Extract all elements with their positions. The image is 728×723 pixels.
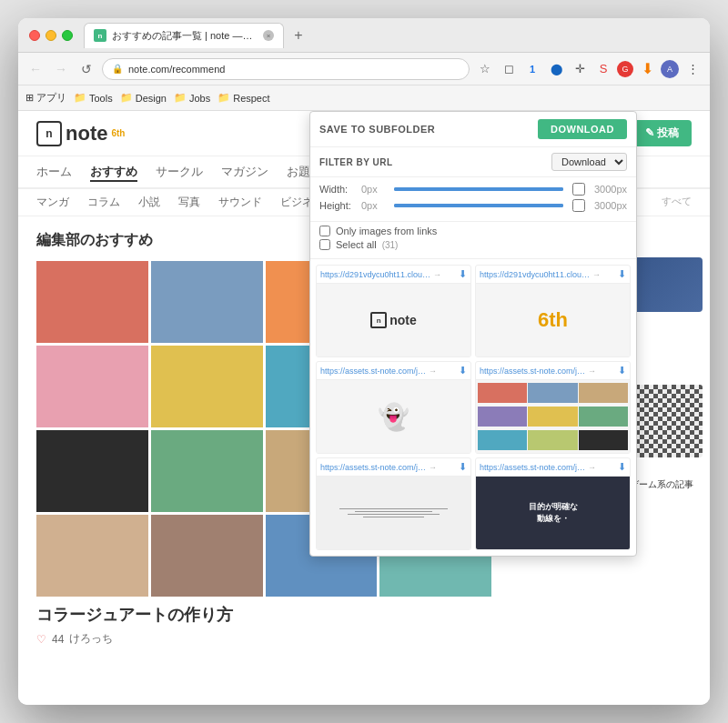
grid-cell-1 (36, 261, 148, 343)
note-logo[interactable]: n note 6th (36, 121, 125, 146)
tab-close-button[interactable]: × (263, 30, 274, 41)
subnav-novel[interactable]: 小説 (138, 195, 160, 210)
browser-content: n note 6th ? ✎ 投稿 ホーム おすすめ サークル マガジン お題 … (18, 111, 710, 705)
minimize-button[interactable] (46, 30, 56, 41)
popup-download-button[interactable]: DOWNLOAD (538, 119, 627, 139)
menu-icon[interactable]: ⋮ (682, 59, 703, 79)
bookmark-jobs[interactable]: 📁 Jobs (174, 92, 210, 104)
popup-image-item-5: https://assets.st-note.com/j… → ⬇ (316, 457, 471, 550)
note-logo-mini: n note (370, 312, 417, 328)
bookmark-tools[interactable]: 📁 Tools (74, 92, 113, 104)
image-downloader-popup: SAVE TO SUBFOLDER DOWNLOAD FILTER BY URL… (309, 111, 637, 557)
note-text-mini: note (389, 313, 417, 327)
subnav-manga[interactable]: マンガ (36, 195, 69, 210)
links-only-checkbox[interactable] (319, 226, 330, 236)
download-icon-6[interactable]: ⬇ (618, 461, 626, 473)
height-slider[interactable] (394, 204, 563, 207)
subnav-photo[interactable]: 写真 (178, 195, 200, 210)
popup-img-url-5: https://assets.st-note.com/j… → ⬇ (317, 458, 470, 477)
like-count: 44 (52, 633, 64, 646)
width-max: 3000px (591, 184, 627, 195)
toolbar-icons: ☆ ◻ 1 ⬤ ✛ S G ⬇ A ⋮ (475, 59, 703, 79)
filter-label: FILTER BY URL (319, 157, 544, 167)
grid-cell-14 (151, 515, 263, 597)
grid-cell-6 (151, 346, 263, 427)
nav-circle[interactable]: サークル (156, 164, 203, 180)
extension-icon-1[interactable]: 1 (522, 59, 542, 79)
author-name: けろっち (69, 631, 113, 647)
popup-options: Only images from links Select all (31) (310, 222, 636, 259)
download-indicator[interactable]: ⬇ (637, 59, 657, 79)
popup-img-url-4: https://assets.st-note.com/j… → ⬇ (476, 362, 630, 380)
address-bar: ← → ↺ 🔒 note.com/recommend ☆ ◻ 1 ⬤ ✛ S G… (18, 53, 710, 85)
arrow-icon-6: → (588, 463, 596, 472)
tab-title: おすすめの記事一覧 | note ——ク (112, 29, 258, 43)
extension-icon-5[interactable]: G (617, 61, 633, 77)
image-count-badge: (31) (382, 240, 399, 250)
grid-cell-2 (151, 261, 263, 343)
popup-img-url-6: https://assets.st-note.com/j… → ⬇ (476, 458, 630, 477)
select-all-checkbox[interactable] (319, 239, 330, 250)
popup-img-thumb-5 (317, 477, 470, 549)
width-checkbox[interactable] (572, 183, 585, 196)
traffic-lights (29, 30, 73, 41)
nav-magazine[interactable]: マガジン (221, 164, 268, 180)
bookmark-respect-label: Respect (233, 93, 269, 104)
extension-icon-4[interactable]: S (593, 59, 613, 79)
nav-recommended[interactable]: おすすめ (90, 164, 137, 182)
grid-cell-13 (36, 515, 148, 597)
maximize-button[interactable] (62, 30, 73, 41)
popup-img-thumb-4 (476, 380, 630, 453)
popup-image-item-1: https://d291vdycu0ht11.clou… → ⬇ n note (316, 265, 471, 357)
close-button[interactable] (29, 30, 40, 41)
download-icon-1[interactable]: ⬇ (459, 268, 467, 280)
height-row: Height: 0px 3000px (319, 199, 627, 212)
note-icon-mini: n (370, 312, 387, 328)
bookmark-jobs-label: Jobs (189, 93, 210, 104)
back-button[interactable]: ← (25, 59, 46, 79)
links-only-row: Only images from links (319, 226, 627, 236)
download-icon-5[interactable]: ⬇ (459, 461, 467, 473)
bookmark-design[interactable]: 📁 Design (120, 92, 167, 104)
forward-button[interactable]: → (51, 59, 71, 79)
bookmark-apps[interactable]: ⊞ アプリ (25, 91, 66, 105)
grid-cell-10 (151, 430, 263, 512)
dark-article-text: 目的が明確な動線を・ (529, 501, 578, 525)
bookmark-respect[interactable]: 📁 Respect (217, 92, 269, 104)
account-icon[interactable]: A (661, 60, 679, 78)
folder-icon-jobs: 📁 (174, 92, 187, 104)
browser-tab[interactable]: n おすすめの記事一覧 | note ——ク × (84, 23, 284, 48)
popup-img-url-text-2: https://d291vdycu0ht11.clou… (480, 270, 590, 279)
width-slider[interactable] (394, 187, 563, 191)
new-tab-button[interactable]: + (288, 25, 309, 46)
subnav-sound[interactable]: サウンド (218, 195, 262, 210)
subnav-column[interactable]: コラム (87, 195, 120, 210)
tab-bar: n おすすめの記事一覧 | note ——ク × + (84, 23, 699, 48)
url-bar[interactable]: 🔒 note.com/recommend (102, 58, 470, 80)
extension-icon-2[interactable]: ⬤ (546, 59, 566, 79)
links-only-label: Only images from links (336, 226, 437, 236)
popup-img-thumb-1: n note (317, 284, 470, 356)
extension-icon-3[interactable]: ✛ (570, 59, 590, 79)
height-max: 3000px (591, 200, 627, 211)
anniversary-badge: 6th (111, 128, 125, 138)
reading-list-icon[interactable]: ◻ (499, 59, 519, 79)
refresh-button[interactable]: ↺ (76, 59, 96, 79)
nav-home[interactable]: ホーム (36, 164, 72, 180)
height-slider-track (394, 204, 563, 207)
download-icon-2[interactable]: ⬇ (618, 268, 626, 280)
width-label: Width: (319, 184, 356, 195)
download-icon-3[interactable]: ⬇ (459, 365, 467, 377)
width-row: Width: 0px 3000px (319, 183, 627, 196)
popup-img-thumb-2: 6th (476, 284, 630, 356)
folder-icon-design: 📁 (120, 92, 133, 104)
dark-article-content: 目的が明確な動線を・ (529, 501, 578, 525)
bookmarks-bar: ⊞ アプリ 📁 Tools 📁 Design 📁 Jobs 📁 Respect (18, 85, 710, 111)
filter-select[interactable]: Normal Download (551, 153, 627, 171)
arrow-icon-1: → (433, 270, 441, 279)
height-checkbox[interactable] (572, 199, 585, 212)
star-icon[interactable]: ☆ (475, 59, 495, 79)
grid-cell-9 (36, 430, 148, 512)
height-value: 0px (361, 200, 389, 211)
download-icon-4[interactable]: ⬇ (618, 365, 626, 377)
